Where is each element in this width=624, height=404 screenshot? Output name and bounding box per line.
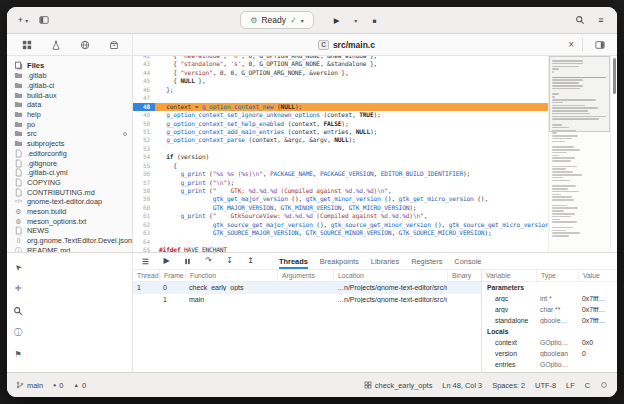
language-indicator[interactable]: C <box>585 381 590 390</box>
variable-group-locals[interactable]: Locals <box>482 326 617 337</box>
encoding-indicator[interactable]: UTF-8 <box>535 381 556 390</box>
debugger-tab-breakpoints[interactable]: Breakpoints <box>320 253 359 269</box>
code-text[interactable] <box>155 94 548 102</box>
sidebar-item--gitlab-ci[interactable]: .gitlab-ci <box>7 81 132 91</box>
deploy-button[interactable] <box>105 36 123 54</box>
line-number[interactable]: 64 <box>133 238 155 246</box>
step-over-button[interactable]: ↷ <box>202 255 215 268</box>
debugger-tab-threads[interactable]: Threads <box>279 253 308 269</box>
line-number[interactable]: 47 <box>133 94 155 102</box>
code-text[interactable]: GTK_SOURCE_MAJOR_VERSION, GTK_SOURCE_MIN… <box>155 229 548 237</box>
sidebar-item-org-gnome-texteditor-devel-json[interactable]: {}org.gnome.TextEditor.Devel.json <box>7 236 132 246</box>
code-text[interactable]: { <box>155 162 548 170</box>
pin-tool-button[interactable]: ⚑ <box>12 349 24 361</box>
code-lines[interactable]: 42 { "new-window", 'n', 0, G_OPTION_ARG_… <box>133 56 548 252</box>
scrollbar-thumb[interactable] <box>613 58 617 94</box>
function-scope-indicator[interactable]: check_early_opts <box>364 381 433 390</box>
debugger-tab-console[interactable]: Console <box>454 253 481 269</box>
line-number[interactable]: 55 <box>133 162 155 170</box>
line-number[interactable]: 51 <box>133 128 155 136</box>
step-in-button[interactable]: ↧ <box>223 255 236 268</box>
toggle-left-panel-button[interactable] <box>35 11 53 29</box>
code-text[interactable]: g_print (" GtkSourceView: %d.%d.%d (Comp… <box>155 212 548 220</box>
run-options-button[interactable]: ▾ <box>347 11 365 29</box>
line-number[interactable]: 46 <box>133 86 155 94</box>
variable-row[interactable]: argvchar **0x7fff… <box>482 304 617 315</box>
minimap[interactable] <box>548 56 610 252</box>
line-ending-indicator[interactable]: LF <box>566 381 575 390</box>
code-text[interactable]: context = g_option_context_new (NULL); <box>155 103 548 111</box>
hand-tool-button[interactable]: ✛ <box>12 283 24 295</box>
stop-button[interactable]: ■ <box>366 11 384 29</box>
main-menu-button[interactable]: ≡ <box>592 11 610 29</box>
sidebar-item-src[interactable]: src <box>7 129 132 139</box>
pointer-tool-button[interactable]: ➤ <box>12 261 24 273</box>
code-text[interactable] <box>155 145 548 153</box>
sidebar-item-gnome-text-editor-doap[interactable]: </>gnome-text-editor.doap <box>7 197 132 207</box>
sidebar-item-subprojects[interactable]: subprojects <box>7 139 132 149</box>
document-tab[interactable]: C src/main.c <box>133 34 560 55</box>
code-text[interactable]: g_option_context_parse (context, &argc, … <box>155 136 548 144</box>
line-number[interactable]: 54 <box>133 153 155 161</box>
code-text[interactable]: g_print ("%s %s (%s)\n", PACKAGE_NAME, P… <box>155 170 548 178</box>
sidebar-item-contributing-md[interactable]: CONTRIBUTING.md <box>7 187 132 197</box>
code-text[interactable]: }; <box>155 86 548 94</box>
sidebar-item--gitlab-ci-yml[interactable]: .gitlab-ci.yml <box>7 168 132 178</box>
thread-row[interactable]: 10check_early_opts…n/Projects/gnome-text… <box>133 282 481 294</box>
code-text[interactable]: { NULL }, <box>155 77 548 85</box>
sidebar-item-po[interactable]: po <box>7 119 132 129</box>
build-status-button[interactable]: ⚙ Ready ✓ ▾ <box>240 11 313 29</box>
project-grid-button[interactable] <box>18 36 36 54</box>
line-number[interactable]: 53 <box>133 145 155 153</box>
sidebar-item-build-aux[interactable]: build-aux <box>7 90 132 100</box>
sidebar-item-news[interactable]: NEWS <box>7 226 132 236</box>
run-button[interactable]: ▶ <box>328 11 346 29</box>
code-text[interactable]: g_option_context_set_ignore_unknown_opti… <box>155 111 548 119</box>
thread-row[interactable]: 1main…n/Projects/gnome-text-editor/src/m… <box>133 294 481 306</box>
toggle-right-panel-button[interactable] <box>591 36 609 54</box>
code-text[interactable]: g_option_context_set_help_enabled (conte… <box>155 120 548 128</box>
code-text[interactable]: { "version", 0, 0, G_OPTION_ARG_NONE, &v… <box>155 69 548 77</box>
line-number[interactable]: 44 <box>133 69 155 77</box>
variable-row[interactable]: entriesGOptio… <box>482 359 617 370</box>
variable-row[interactable]: argcint *0x7fff… <box>482 293 617 304</box>
variable-group-parameters[interactable]: Parameters <box>482 282 617 293</box>
search-button[interactable] <box>571 11 589 29</box>
step-out-button[interactable]: ↥ <box>244 255 257 268</box>
line-number[interactable]: 56 <box>133 170 155 178</box>
status-circle-icon[interactable] <box>600 381 608 389</box>
variable-row[interactable]: contextGOptio…0x0 <box>482 337 617 348</box>
debugger-tab-libraries[interactable]: Libraries <box>371 253 399 269</box>
code-text[interactable] <box>155 238 548 246</box>
line-number[interactable]: 61 <box>133 212 155 220</box>
branch-indicator[interactable]: main <box>16 381 43 390</box>
sidebar-item-meson-options-txt[interactable]: ⚙meson_options.txt <box>7 216 132 226</box>
code-text[interactable]: g_print ("\n"); <box>155 179 548 187</box>
code-text[interactable]: gtk_source_get_major_version (), gtk_sou… <box>155 221 548 229</box>
code-text[interactable]: { "standalone", 's', 0, G_OPTION_ARG_NON… <box>155 60 548 68</box>
sidebar-item--gitlab[interactable]: .gitlab <box>7 71 132 81</box>
line-number[interactable]: 52 <box>133 136 155 144</box>
debugger-tab-registers[interactable]: Registers <box>411 253 442 269</box>
line-number[interactable]: 62 <box>133 221 155 229</box>
editor-scrollbar[interactable] <box>610 56 617 252</box>
pause-button[interactable] <box>181 255 194 268</box>
tests-button[interactable] <box>47 36 65 54</box>
warnings-indicator[interactable]: ▲ 0 <box>73 381 86 390</box>
line-number[interactable]: 50 <box>133 120 155 128</box>
sidebar-item-copying[interactable]: COPYING <box>7 178 132 188</box>
line-number[interactable]: 49 <box>133 111 155 119</box>
sidebar-item-data[interactable]: data <box>7 100 132 110</box>
line-number[interactable]: 59 <box>133 195 155 203</box>
minimap-viewport[interactable] <box>549 56 610 132</box>
variable-row[interactable]: versiongboolean0 <box>482 348 617 359</box>
tree-root-files[interactable]: Files <box>7 59 132 71</box>
line-number[interactable]: 48 <box>133 103 155 111</box>
indent-mode[interactable]: Spaces: 2 <box>492 381 525 390</box>
search-tool-button[interactable] <box>12 305 24 317</box>
code-text[interactable]: g_option_context_add_main_entries (conte… <box>155 128 548 136</box>
line-number[interactable]: 63 <box>133 229 155 237</box>
web-button[interactable] <box>76 36 94 54</box>
code-text[interactable]: if (version) <box>155 153 548 161</box>
continue-button[interactable]: ▶ <box>160 255 173 268</box>
